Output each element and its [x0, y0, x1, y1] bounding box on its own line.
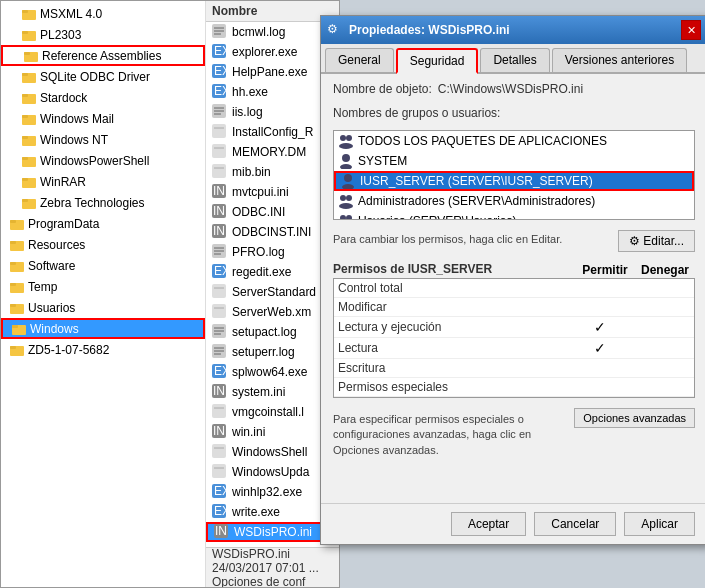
dialog-tab[interactable]: Seguridad: [396, 48, 479, 74]
permissions-label: Permisos de IUSR_SERVER: [333, 262, 492, 276]
tree-item[interactable]: Usuarios: [1, 297, 205, 318]
svg-text:EX: EX: [214, 484, 226, 498]
folder-icon: [9, 258, 25, 274]
aplicar-button[interactable]: Aplicar: [624, 512, 695, 536]
dialog-tabs: GeneralSeguridadDetallesVersiones anteri…: [321, 44, 705, 74]
tree-panel: MSXML 4.0PL2303Reference AssembliesSQLit…: [1, 1, 206, 587]
svg-point-107: [346, 215, 352, 220]
tree-item[interactable]: Software: [1, 255, 205, 276]
svg-rect-29: [10, 304, 16, 307]
file-item-label: InstallConfig_R: [232, 125, 313, 139]
tree-item[interactable]: MSXML 4.0: [1, 3, 205, 24]
tree-item[interactable]: PL2303: [1, 24, 205, 45]
svg-point-98: [339, 143, 353, 149]
advanced-button[interactable]: Opciones avanzadas: [574, 408, 695, 428]
svg-rect-1: [22, 10, 28, 13]
edit-hint: Para cambiar los permisos, haga clic en …: [333, 233, 562, 245]
dialog-tab[interactable]: Versiones anteriores: [552, 48, 687, 72]
svg-rect-31: [12, 325, 18, 328]
tree-item[interactable]: ZD5-1-07-5682: [1, 339, 205, 360]
dialog-tab[interactable]: General: [325, 48, 394, 72]
close-button[interactable]: ✕: [681, 20, 701, 40]
perm-name: Lectura y ejecución: [338, 320, 570, 334]
tree-item[interactable]: Reference Assemblies: [1, 45, 205, 66]
folder-icon: [9, 300, 25, 316]
object-name-row: Nombre de objeto: C:\Windows\WSDisPRO.in…: [333, 82, 695, 96]
svg-text:INI: INI: [213, 424, 226, 438]
file-icon: EX: [212, 44, 228, 60]
perm-row: Permisos especiales: [334, 378, 694, 397]
svg-rect-19: [22, 199, 28, 202]
file-bottom-bar: WSDisPRO.ini 24/03/2017 07:01 ... Opcion…: [206, 547, 339, 587]
svg-rect-33: [10, 346, 16, 349]
perm-allow: ✓: [570, 319, 630, 335]
svg-point-101: [344, 174, 352, 182]
file-icon: EX: [212, 484, 228, 500]
tree-item-label: MSXML 4.0: [40, 7, 102, 21]
edit-button[interactable]: ⚙ Editar...: [618, 230, 695, 252]
perm-row: Modificar: [334, 298, 694, 317]
file-item-label: system.ini: [232, 385, 285, 399]
file-icon: [212, 344, 228, 360]
tree-item[interactable]: Zebra Technologies: [1, 192, 205, 213]
tree-item[interactable]: SQLite ODBC Driver: [1, 66, 205, 87]
svg-rect-11: [22, 115, 28, 118]
file-icon: INI: [212, 184, 228, 200]
user-item[interactable]: IUSR_SERVER (SERVER\IUSR_SERVER): [334, 171, 694, 191]
svg-rect-9: [22, 94, 28, 97]
tree-item-label: WindowsPowerShell: [40, 154, 149, 168]
user-item[interactable]: TODOS LOS PAQUETES DE APLICACIONES: [334, 131, 694, 151]
svg-rect-68: [212, 304, 226, 318]
tree-item[interactable]: Stardock: [1, 87, 205, 108]
tree-item-label: Resources: [28, 238, 85, 252]
svg-rect-23: [10, 241, 16, 244]
file-icon: [212, 244, 228, 260]
file-icon: EX: [212, 504, 228, 520]
tree-item[interactable]: WindowsPowerShell: [1, 150, 205, 171]
svg-point-102: [342, 184, 354, 189]
user-item[interactable]: Administradores (SERVER\Administradores): [334, 191, 694, 211]
file-item-label: hh.exe: [232, 85, 268, 99]
user-item[interactable]: SYSTEM: [334, 151, 694, 171]
explorer-window: MSXML 4.0PL2303Reference AssembliesSQLit…: [0, 0, 340, 588]
tree-item[interactable]: Resources: [1, 234, 205, 255]
users-list[interactable]: TODOS LOS PAQUETES DE APLICACIONESSYSTEM…: [333, 130, 695, 220]
file-icon: [212, 444, 228, 460]
folder-icon: [21, 132, 37, 148]
file-icon: EX: [212, 84, 228, 100]
svg-rect-88: [212, 464, 226, 478]
file-item-label: ODBC.INI: [232, 205, 285, 219]
file-icon: [212, 324, 228, 340]
user-item[interactable]: Usuarios (SERVER\Usuarios): [334, 211, 694, 220]
dialog-titlebar: ⚙ Propiedades: WSDisPRO.ini ✕: [321, 16, 705, 44]
file-item-label: PFRO.log: [232, 245, 285, 259]
dialog-tab[interactable]: Detalles: [480, 48, 549, 72]
perm-row: Control total: [334, 279, 694, 298]
tree-item[interactable]: Temp: [1, 276, 205, 297]
folder-icon: [21, 69, 37, 85]
perm-name: Lectura: [338, 341, 570, 355]
tree-item[interactable]: Windows NT: [1, 129, 205, 150]
file-item-label: MEMORY.DM: [232, 145, 306, 159]
tree-item-label: WinRAR: [40, 175, 86, 189]
tree-item[interactable]: Windows: [1, 318, 205, 339]
cancelar-button[interactable]: Cancelar: [534, 512, 616, 536]
file-item-label: vmgcoinstall.l: [232, 405, 304, 419]
file-icon: EX: [212, 264, 228, 280]
svg-text:EX: EX: [214, 364, 226, 378]
svg-rect-86: [212, 444, 226, 458]
folder-icon: [11, 321, 27, 337]
svg-point-97: [346, 135, 352, 141]
file-item-label: regedit.exe: [232, 265, 291, 279]
aceptar-button[interactable]: Aceptar: [451, 512, 526, 536]
tree-item[interactable]: ProgramData: [1, 213, 205, 234]
tree-item-label: PL2303: [40, 28, 81, 42]
svg-point-100: [340, 164, 352, 169]
svg-rect-15: [22, 157, 28, 160]
permissions-section: Permisos de IUSR_SERVER Permitir Denegar…: [333, 262, 695, 398]
tree-item[interactable]: WinRAR: [1, 171, 205, 192]
folder-icon: [9, 342, 25, 358]
file-item-label: splwow64.exe: [232, 365, 307, 379]
tree-item[interactable]: Windows Mail: [1, 108, 205, 129]
person-icon: [338, 153, 354, 169]
